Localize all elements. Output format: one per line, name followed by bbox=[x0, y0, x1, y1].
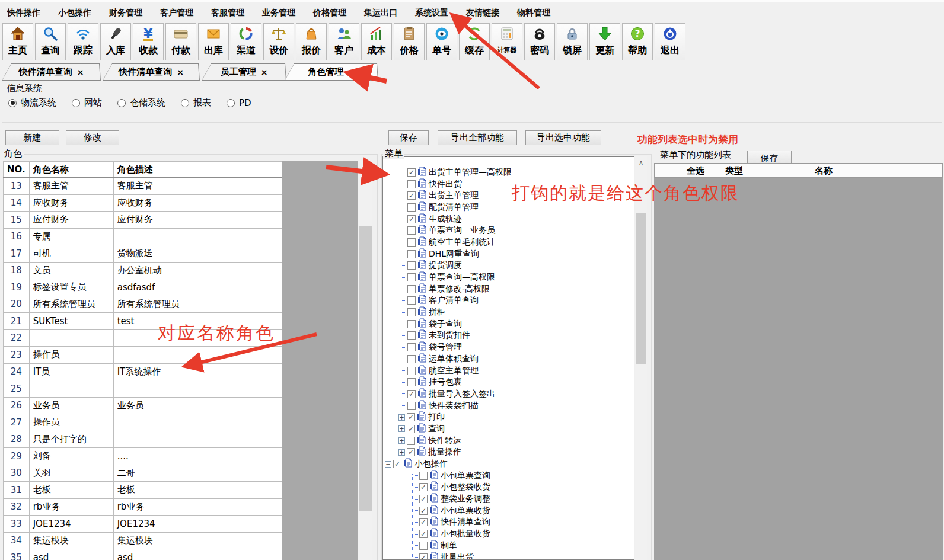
toolbar-button-5[interactable]: 付款 bbox=[165, 23, 196, 60]
tree-item-label[interactable]: 快件装袋扫描 bbox=[429, 401, 479, 411]
tab-close-icon[interactable]: × bbox=[261, 68, 268, 77]
toolbar-button-15[interactable]: 计算器 bbox=[492, 23, 522, 60]
checkbox-icon[interactable] bbox=[407, 355, 416, 363]
toolbar-button-10[interactable]: 客户 bbox=[329, 23, 359, 60]
checkbox-checked-icon[interactable]: ✓ bbox=[407, 390, 416, 398]
menu-item-4[interactable]: 客服管理 bbox=[211, 8, 244, 18]
tree-item-9[interactable]: 单票查询—高权限 bbox=[383, 271, 634, 283]
radio-option-0[interactable]: 物流系统 bbox=[8, 97, 56, 108]
radio-icon[interactable] bbox=[117, 99, 126, 107]
tab-close-icon[interactable]: × bbox=[348, 68, 355, 77]
checkbox-checked-icon[interactable]: ✓ bbox=[407, 425, 415, 433]
menu-item-5[interactable]: 业务管理 bbox=[262, 8, 295, 18]
toolbar-button-14[interactable]: 缓存 bbox=[459, 23, 490, 60]
functions-column-header-2[interactable]: 类型 bbox=[725, 165, 743, 177]
table-row[interactable]: 33JOE1234JOE1234 bbox=[4, 516, 282, 533]
tree-item-6[interactable]: 航空主单毛利统计 bbox=[383, 236, 634, 248]
toolbar-button-4[interactable]: ¥收款 bbox=[133, 23, 164, 60]
table-row[interactable]: 28只是个打字的 bbox=[4, 431, 282, 448]
toolbar-button-13[interactable]: 单号 bbox=[426, 23, 457, 60]
checkbox-checked-icon[interactable]: ✓ bbox=[419, 483, 428, 491]
tree-item-label[interactable]: 批量出货 bbox=[441, 552, 474, 560]
table-row[interactable]: 14应收财务应收财务 bbox=[4, 194, 282, 212]
tree-item-label[interactable]: 航空主单管理 bbox=[429, 366, 479, 376]
roles-column-header-1[interactable]: 角色名称 bbox=[29, 162, 113, 178]
tab-0[interactable]: 快件清单查询× bbox=[2, 63, 101, 81]
toolbar-button-7[interactable]: 渠道 bbox=[231, 23, 261, 60]
tree-item-label[interactable]: 小包单票收货 bbox=[441, 505, 490, 516]
checkbox-checked-icon[interactable]: ✓ bbox=[419, 518, 428, 526]
tree-item-label[interactable]: 批量操作 bbox=[428, 447, 461, 457]
radio-option-2[interactable]: 仓储系统 bbox=[117, 97, 165, 108]
toolbar-button-20[interactable]: 退出 bbox=[655, 23, 685, 60]
checkbox-icon[interactable] bbox=[407, 320, 416, 328]
checkbox-icon[interactable] bbox=[407, 250, 416, 258]
tab-close-icon[interactable]: × bbox=[177, 68, 184, 77]
table-row[interactable]: 32rb业务rb业务 bbox=[4, 498, 282, 516]
tree-item-0[interactable]: ✓出货主单管理—高权限 bbox=[383, 167, 634, 178]
table-row[interactable]: 21SUKTesttest bbox=[4, 313, 282, 330]
tree-item-label[interactable]: 提货调度 bbox=[429, 260, 462, 271]
toolbar-button-3[interactable]: 入库 bbox=[100, 23, 131, 60]
scrollbar-thumb[interactable] bbox=[636, 213, 646, 364]
checkbox-icon[interactable] bbox=[407, 378, 416, 386]
scroll-up-icon[interactable]: ∧ bbox=[635, 156, 647, 168]
edit-role-button[interactable]: 修改 bbox=[66, 130, 119, 145]
tree-item-28[interactable]: ✓整袋业务调整 bbox=[383, 493, 634, 505]
toolbar-button-2[interactable]: 跟踪 bbox=[68, 23, 98, 60]
menu-tree-scrollbar[interactable]: ∧ bbox=[635, 156, 647, 560]
tree-item-13[interactable]: 袋子查询 bbox=[383, 318, 634, 330]
tree-item-32[interactable]: 制单 bbox=[383, 540, 634, 552]
tree-item-label[interactable]: 出货主单管理—高权限 bbox=[429, 167, 512, 178]
menu-item-8[interactable]: 系统设置 bbox=[415, 8, 448, 18]
expand-icon[interactable]: + bbox=[398, 414, 405, 421]
checkbox-checked-icon[interactable]: ✓ bbox=[407, 448, 415, 456]
radio-selected-icon[interactable] bbox=[8, 99, 17, 107]
checkbox-icon[interactable] bbox=[407, 238, 416, 247]
table-row[interactable]: 13客服主管客服主管 bbox=[4, 178, 282, 195]
table-row[interactable]: 17司机货物派送 bbox=[4, 245, 282, 263]
checkbox-icon[interactable] bbox=[407, 180, 416, 188]
toolbar-button-16[interactable]: 密码 bbox=[524, 23, 555, 60]
table-row[interactable]: 22 bbox=[4, 329, 282, 347]
tree-item-label[interactable]: 挂号包裹 bbox=[429, 377, 462, 388]
tree-item-label[interactable]: 客户清单查询 bbox=[429, 295, 479, 306]
menu-item-10[interactable]: 物料管理 bbox=[517, 8, 550, 18]
checkbox-icon[interactable] bbox=[419, 542, 428, 550]
tree-item-26[interactable]: 小包单票查询 bbox=[383, 470, 634, 482]
table-row[interactable]: 27操作员 bbox=[4, 414, 282, 431]
tree-item-label[interactable]: 快件清单查询 bbox=[441, 517, 490, 527]
tree-item-20[interactable]: 快件装袋扫描 bbox=[383, 400, 634, 412]
tree-item-label[interactable]: 小包整袋收货 bbox=[441, 482, 490, 492]
tab-3-active[interactable]: 角色管理× bbox=[285, 63, 378, 81]
tree-item-label[interactable]: 袋子查询 bbox=[429, 319, 462, 329]
toolbar-button-8[interactable]: 设价 bbox=[263, 23, 294, 60]
toolbar-button-6[interactable]: 出库 bbox=[198, 23, 229, 60]
checkbox-checked-icon[interactable]: ✓ bbox=[419, 553, 428, 560]
tree-item-label[interactable]: 袋号管理 bbox=[429, 342, 462, 353]
scroll-up-icon[interactable]: ▲ bbox=[358, 161, 372, 173]
roles-column-header-2[interactable]: 角色描述 bbox=[113, 162, 282, 178]
checkbox-icon[interactable] bbox=[407, 285, 416, 293]
tree-item-18[interactable]: 挂号包裹 bbox=[383, 376, 634, 388]
tree-item-label[interactable]: 快件转运 bbox=[428, 436, 461, 446]
menu-item-1[interactable]: 小包操作 bbox=[58, 8, 91, 18]
radio-option-4[interactable]: PD bbox=[227, 98, 251, 108]
tree-item-33[interactable]: ✓批量出货 bbox=[383, 552, 634, 560]
radio-icon[interactable] bbox=[72, 99, 80, 107]
table-row[interactable]: 19标签设置专员asdfasdf bbox=[4, 279, 282, 296]
table-row[interactable]: 16专属 bbox=[4, 228, 282, 245]
tree-item-label[interactable]: 航空主单毛利统计 bbox=[429, 237, 495, 248]
tree-item-3[interactable]: 配货清单管理 bbox=[383, 201, 634, 213]
radio-icon[interactable] bbox=[181, 99, 189, 107]
tree-item-label[interactable]: 制单 bbox=[441, 540, 457, 551]
tree-item-label[interactable]: 小包单票查询 bbox=[441, 471, 490, 481]
table-row[interactable]: 35asdasd bbox=[4, 549, 282, 560]
checkbox-icon[interactable] bbox=[407, 296, 416, 305]
checkbox-icon[interactable] bbox=[407, 437, 415, 445]
menu-item-7[interactable]: 集运出口 bbox=[364, 8, 397, 18]
tree-item-12[interactable]: 拼柜 bbox=[383, 306, 634, 318]
menu-item-2[interactable]: 财务管理 bbox=[109, 8, 142, 18]
radio-option-3[interactable]: 报表 bbox=[181, 97, 211, 108]
tab-2[interactable]: 员工管理× bbox=[202, 63, 286, 81]
